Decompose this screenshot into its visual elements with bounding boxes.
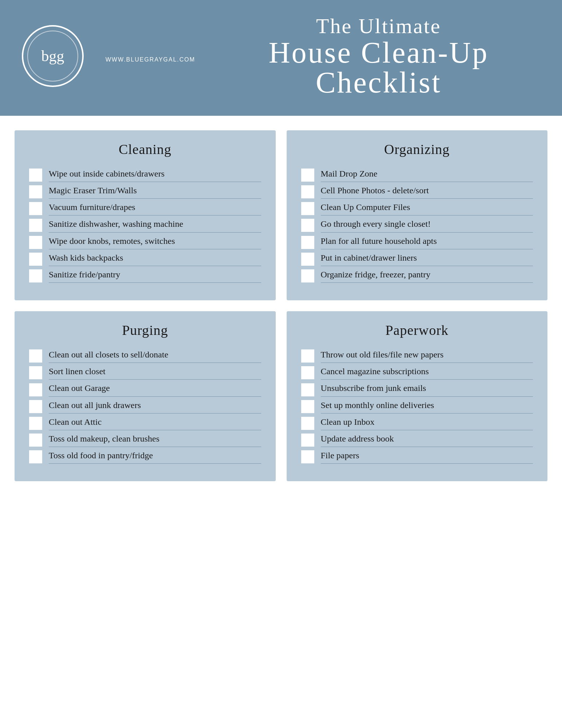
item-text: Clean out Garage bbox=[49, 383, 110, 393]
item-text: Throw out old files/file new papers bbox=[321, 350, 444, 359]
checkbox[interactable] bbox=[301, 236, 314, 249]
item-content: Unsubscribe from junk emails bbox=[321, 383, 533, 396]
item-content: File papers bbox=[321, 450, 533, 464]
checklist-item: Cancel magazine subscriptions bbox=[301, 366, 533, 380]
item-content: Mail Drop Zone bbox=[321, 168, 533, 182]
checkbox[interactable] bbox=[301, 185, 314, 198]
checklist-item: Clean out Attic bbox=[29, 416, 261, 430]
item-content: Cancel magazine subscriptions bbox=[321, 366, 533, 380]
checkbox[interactable] bbox=[29, 269, 42, 282]
checklist-item: Cell Phone Photos - delete/sort bbox=[301, 185, 533, 199]
item-content: Clean out Garage bbox=[49, 383, 261, 396]
checkbox[interactable] bbox=[301, 349, 314, 363]
item-text: Cancel magazine subscriptions bbox=[321, 367, 429, 376]
item-text: Organize fridge, freezer, pantry bbox=[321, 270, 431, 279]
checkbox[interactable] bbox=[29, 169, 42, 182]
checklist-item: Set up monthly online deliveries bbox=[301, 400, 533, 414]
checkbox[interactable] bbox=[301, 383, 314, 396]
checklist-item: Sort linen closet bbox=[29, 366, 261, 380]
logo-url: WWW.BLUEGRAYGAL.COM bbox=[105, 56, 195, 63]
checklist-item: Magic Eraser Trim/Walls bbox=[29, 185, 261, 199]
item-text: Clean Up Computer Files bbox=[321, 202, 410, 212]
item-text: Wipe door knobs, remotes, switches bbox=[49, 236, 175, 246]
checkbox[interactable] bbox=[29, 219, 42, 232]
item-text: Sanitize dishwasher, washing machine bbox=[49, 219, 183, 229]
section-title-cleaning: Cleaning bbox=[29, 141, 261, 157]
header: bgg WWW.BLUEGRAYGAL.COM The Ultimate Hou… bbox=[0, 0, 562, 116]
section-title-organizing: Organizing bbox=[301, 141, 533, 157]
checkbox[interactable] bbox=[301, 450, 314, 463]
checkbox[interactable] bbox=[301, 366, 314, 379]
checkbox[interactable] bbox=[29, 366, 42, 379]
checklist-item: Clean out all closets to sell/donate bbox=[29, 349, 261, 363]
checklist-item: Update address book bbox=[301, 433, 533, 447]
checkbox[interactable] bbox=[301, 169, 314, 182]
item-content: Wash kids backpacks bbox=[49, 252, 261, 266]
item-text: File papers bbox=[321, 451, 359, 460]
item-content: Update address book bbox=[321, 433, 533, 447]
item-content: Clean up Inbox bbox=[321, 416, 533, 430]
item-content: Wipe out inside cabinets/drawers bbox=[49, 168, 261, 182]
item-text: Toss old food in pantry/fridge bbox=[49, 451, 153, 460]
checklist-item: Vacuum furniture/drapes bbox=[29, 202, 261, 215]
item-text: Sanitize fride/pantry bbox=[49, 270, 120, 279]
item-content: Toss old food in pantry/fridge bbox=[49, 450, 261, 464]
checklist-item: Wipe out inside cabinets/drawers bbox=[29, 168, 261, 182]
checklist-item: Plan for all future household apts bbox=[301, 236, 533, 249]
checklist-item: Clean Up Computer Files bbox=[301, 202, 533, 215]
item-content: Clean out all closets to sell/donate bbox=[49, 349, 261, 363]
item-content: Go through every single closet! bbox=[321, 218, 533, 232]
section-purging: PurgingClean out all closets to sell/don… bbox=[15, 311, 276, 481]
item-text: Wipe out inside cabinets/drawers bbox=[49, 169, 164, 178]
item-content: Sanitize fride/pantry bbox=[49, 269, 261, 283]
logo: bgg bbox=[22, 25, 84, 87]
item-content: Clean Up Computer Files bbox=[321, 202, 533, 215]
item-text: Clean out all junk drawers bbox=[49, 400, 141, 410]
title-line2: House Clean-Up bbox=[217, 38, 540, 68]
checkbox[interactable] bbox=[301, 219, 314, 232]
checkbox[interactable] bbox=[301, 400, 314, 413]
checkbox[interactable] bbox=[29, 349, 42, 363]
item-text: Plan for all future household apts bbox=[321, 236, 437, 246]
checkbox[interactable] bbox=[29, 185, 42, 198]
item-text: Unsubscribe from junk emails bbox=[321, 383, 426, 393]
section-title-purging: Purging bbox=[29, 322, 261, 338]
checklist-item: File papers bbox=[301, 450, 533, 464]
item-content: Organize fridge, freezer, pantry bbox=[321, 269, 533, 283]
title-line1: The Ultimate bbox=[217, 15, 540, 38]
checkbox[interactable] bbox=[29, 434, 42, 447]
checkbox[interactable] bbox=[29, 417, 42, 430]
checklist-item: Sanitize fride/pantry bbox=[29, 269, 261, 283]
checkbox[interactable] bbox=[29, 450, 42, 463]
checklist-item: Put in cabinet/drawer liners bbox=[301, 252, 533, 266]
checkbox[interactable] bbox=[29, 236, 42, 249]
item-text: Go through every single closet! bbox=[321, 219, 431, 229]
item-text: Toss old makeup, clean brushes bbox=[49, 434, 159, 443]
checkbox[interactable] bbox=[301, 417, 314, 430]
item-text: Sort linen closet bbox=[49, 367, 105, 376]
checklist-item: Sanitize dishwasher, washing machine bbox=[29, 218, 261, 232]
checkbox[interactable] bbox=[29, 383, 42, 396]
checklist-item: Clean up Inbox bbox=[301, 416, 533, 430]
checkbox[interactable] bbox=[301, 434, 314, 447]
checkbox[interactable] bbox=[301, 253, 314, 266]
checkbox[interactable] bbox=[29, 400, 42, 413]
logo-inner: bgg bbox=[27, 31, 78, 82]
checkbox[interactable] bbox=[29, 253, 42, 266]
item-content: Sort linen closet bbox=[49, 366, 261, 380]
checklist-item: Mail Drop Zone bbox=[301, 168, 533, 182]
section-paperwork: PaperworkThrow out old files/file new pa… bbox=[287, 311, 548, 481]
checklist-item: Unsubscribe from junk emails bbox=[301, 383, 533, 396]
item-content: Put in cabinet/drawer liners bbox=[321, 252, 533, 266]
logo-letters: bgg bbox=[41, 48, 64, 64]
item-content: Set up monthly online deliveries bbox=[321, 400, 533, 414]
checkbox[interactable] bbox=[29, 202, 42, 215]
checkbox[interactable] bbox=[301, 202, 314, 215]
item-text: Cell Phone Photos - delete/sort bbox=[321, 186, 429, 195]
checklist-item: Go through every single closet! bbox=[301, 218, 533, 232]
checkbox[interactable] bbox=[301, 269, 314, 282]
item-text: Clean out Attic bbox=[49, 417, 101, 427]
item-text: Mail Drop Zone bbox=[321, 169, 378, 178]
item-text: Set up monthly online deliveries bbox=[321, 400, 434, 410]
title-line3: Checklist bbox=[217, 68, 540, 98]
